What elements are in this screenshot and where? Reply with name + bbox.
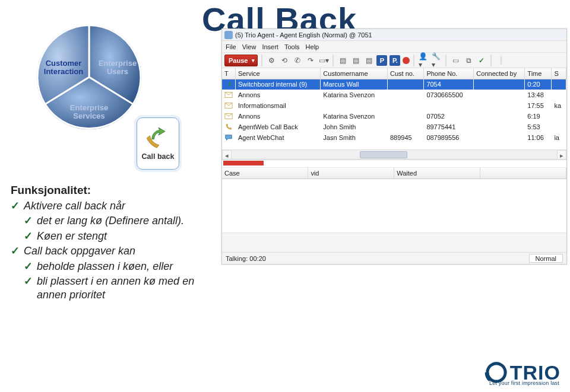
menu-insert[interactable]: Insert <box>262 43 278 50</box>
table-row[interactable]: AnnonsKatarina Svenzon073066550013:48 <box>222 90 566 100</box>
cell-s <box>552 90 566 100</box>
tool-icon[interactable]: 🔧▾ <box>431 55 442 66</box>
toolbar: Pause ⚙ ⟲ ✆ ↷ ▭▾ ▤ ▤ ▤ P P. 👤▾ 🔧▾ ▭ ⧉ ✓ … <box>222 53 566 68</box>
menu-help[interactable]: Help <box>306 43 319 50</box>
toolbar-icon[interactable]: ⟲ <box>279 55 290 66</box>
queue-table-area: T Service Customername Cust no. Phone No… <box>222 68 566 160</box>
cell-time: 11:06 <box>525 132 552 143</box>
toolbar-icon[interactable]: ▤ <box>350 55 361 66</box>
hangup-icon[interactable]: ↷ <box>305 55 316 66</box>
toolbar-icon[interactable]: ▤ <box>337 55 348 66</box>
menu-file[interactable]: File <box>226 43 236 50</box>
feature-text: Funksjonalitet: Aktivere call back når d… <box>11 184 224 304</box>
feature-heading: Funksjonalitet: <box>11 184 224 197</box>
cell-phoneno: 0730665500 <box>424 90 474 100</box>
col-s[interactable]: S <box>552 68 566 79</box>
pie-label-enterprise-users: EnterpriseUsers <box>97 59 138 77</box>
cell-customername: Katarina Svenzon <box>321 90 388 100</box>
cell-time: 5:53 <box>525 122 552 132</box>
cell-phoneno <box>424 100 474 111</box>
cell-custno: 889945 <box>387 132 423 143</box>
pie-chart: CustomerInteraction EnterpriseUsers Ente… <box>33 21 145 133</box>
status-mode: Normal <box>529 254 563 263</box>
row-type-icon <box>222 122 236 132</box>
row-type-icon <box>222 132 236 143</box>
cell-s: ia <box>552 132 566 143</box>
app-icon <box>224 31 233 39</box>
row-type-icon <box>222 79 236 90</box>
phone-icon[interactable]: ✆ <box>292 55 303 66</box>
col-time[interactable]: Time <box>525 68 552 79</box>
cell-custno <box>387 111 423 122</box>
cell-custno <box>387 79 423 90</box>
table-row[interactable]: AnnonsKatarina Svenzon070526:19 <box>222 111 566 122</box>
table-header-row: T Service Customername Cust no. Phone No… <box>222 68 566 79</box>
record-icon[interactable] <box>403 57 410 64</box>
user-icon[interactable]: 👤▾ <box>418 55 429 66</box>
list-item: bli plassert i en annen kø med en annen … <box>24 275 224 302</box>
cell-time: 13:48 <box>525 90 552 100</box>
table-row[interactable]: AgentWeb Call BackJohn Smith897754415:53 <box>222 122 566 132</box>
menu-bar: File View Insert Tools Help <box>222 41 566 53</box>
list-item: beholde plassen i køen, eller <box>24 260 224 273</box>
cell-s <box>552 79 566 90</box>
toolbar-separator <box>445 55 446 66</box>
horizontal-scrollbar[interactable]: ◂ ▸ <box>222 149 566 159</box>
col-customername[interactable]: Customername <box>321 68 388 79</box>
table-row[interactable]: Switchboard internal (9)Marcus Wall70540… <box>222 79 566 90</box>
detail-col-waited[interactable]: Waited <box>394 168 480 179</box>
window-titlebar[interactable]: (5) Trio Agent - Agent English (Normal) … <box>222 29 566 41</box>
row-type-icon <box>222 111 236 122</box>
cell-connectedby <box>474 79 525 90</box>
scroll-left-arrow[interactable]: ◂ <box>222 150 232 160</box>
copy-icon[interactable]: ⧉ <box>463 55 474 66</box>
cell-s <box>552 111 566 122</box>
list-item: Køen er stengt <box>24 230 224 243</box>
card-icon[interactable]: ▭▾ <box>318 55 329 66</box>
park2-icon[interactable]: P. <box>390 55 400 66</box>
col-type[interactable]: T <box>222 68 236 79</box>
col-service[interactable]: Service <box>236 68 321 79</box>
table-row[interactable]: Agent WebChatJasn Smith88994508798955611… <box>222 132 566 143</box>
list-item: Aktivere call back når <box>11 199 224 213</box>
cell-service: Annons <box>236 111 321 122</box>
cell-custno <box>387 100 423 111</box>
menu-view[interactable]: View <box>242 43 256 50</box>
toolbar-separator <box>261 55 262 66</box>
cell-phoneno: 7054 <box>424 79 474 90</box>
col-custno[interactable]: Cust no. <box>387 68 423 79</box>
col-connectedby[interactable]: Connected by <box>474 68 525 79</box>
toolbar-icon[interactable]: ▭ <box>450 55 461 66</box>
status-bar: Talking: 00:20 Normal <box>222 252 566 264</box>
col-phoneno[interactable]: Phone No. <box>424 68 474 79</box>
detail-col-vid[interactable]: vid <box>308 168 394 179</box>
cell-time: 17:55 <box>525 100 552 111</box>
pause-button[interactable]: Pause <box>224 55 258 66</box>
talk-progress-strip <box>222 161 566 168</box>
cell-service: Informationsmail <box>236 100 321 111</box>
cell-customername <box>321 100 388 111</box>
cell-phoneno: 89775441 <box>424 122 474 132</box>
detail-panel: Case vid Waited <box>222 168 566 233</box>
cell-phoneno: 07052 <box>424 111 474 122</box>
row-type-icon <box>222 90 236 100</box>
cell-time: 0:20 <box>525 79 552 90</box>
window-title: (5) Trio Agent - Agent English (Normal) … <box>235 31 372 39</box>
row-type-icon <box>222 100 236 111</box>
menu-tools[interactable]: Tools <box>284 43 300 50</box>
cell-service: Agent WebChat <box>236 132 321 143</box>
toolbar-icon[interactable]: ▤ <box>363 55 374 66</box>
callback-phone-icon <box>144 122 172 149</box>
toolbar-separator <box>490 55 492 66</box>
scroll-right-arrow[interactable]: ▸ <box>557 150 566 160</box>
info-icon[interactable]: ❕ <box>495 55 506 66</box>
toolbar-icon[interactable]: ⚙ <box>266 55 277 66</box>
table-row[interactable]: Informationsmail17:55ka <box>222 100 566 111</box>
callback-feature-box: Call back <box>137 117 179 170</box>
cell-customername: John Smith <box>321 122 388 132</box>
check-icon[interactable]: ✓ <box>476 55 487 66</box>
park-icon[interactable]: P <box>376 55 387 66</box>
detail-col-case[interactable]: Case <box>222 168 308 179</box>
callback-box-label: Call back <box>137 152 179 161</box>
scroll-thumb[interactable] <box>360 151 407 158</box>
